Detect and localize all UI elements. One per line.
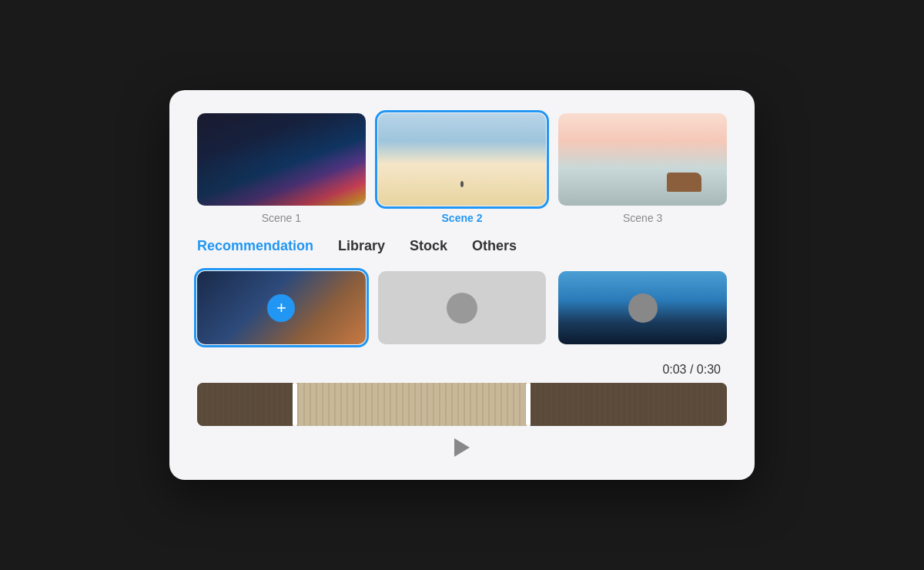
tabs-row: Recommendation Library Stock Others bbox=[197, 238, 727, 256]
time-display: 0:03 / 0:30 bbox=[662, 363, 721, 377]
timeline-left-segment bbox=[197, 383, 293, 426]
media-card-1[interactable]: + bbox=[197, 271, 366, 344]
scene-label-1: Scene 1 bbox=[262, 212, 301, 224]
timeline-handle-left[interactable] bbox=[293, 383, 297, 426]
media-card-3[interactable] bbox=[558, 271, 727, 344]
scene-item-2: Scene 2 bbox=[378, 113, 547, 224]
scene-item-1: Scene 1 bbox=[197, 113, 366, 224]
media-placeholder-icon bbox=[447, 293, 477, 324]
scene-label-2: Scene 2 bbox=[442, 212, 483, 224]
scene-label-3: Scene 3 bbox=[623, 212, 662, 224]
tab-library[interactable]: Library bbox=[338, 238, 385, 256]
add-media-button[interactable]: + bbox=[267, 294, 295, 322]
play-button[interactable] bbox=[454, 438, 470, 457]
media-row: + bbox=[197, 271, 727, 344]
media-city-icon bbox=[628, 293, 658, 323]
timeline-right-segment bbox=[531, 383, 727, 426]
tab-stock[interactable]: Stock bbox=[410, 238, 447, 256]
scene-thumb-3[interactable] bbox=[558, 113, 727, 206]
timeline-mid-segment bbox=[293, 383, 531, 426]
timeline-bar[interactable] bbox=[197, 383, 727, 426]
main-card: Scene 1 Scene 2 Scene 3 Recommendation L… bbox=[169, 90, 755, 480]
scene-item-3: Scene 3 bbox=[558, 113, 727, 224]
play-btn-container bbox=[454, 438, 470, 457]
scenes-row: Scene 1 Scene 2 Scene 3 bbox=[197, 113, 727, 224]
timeline-section: 0:03 / 0:30 bbox=[197, 363, 727, 457]
tab-others[interactable]: Others bbox=[472, 238, 517, 256]
scene-thumb-1[interactable] bbox=[197, 113, 366, 206]
media-card-2[interactable] bbox=[378, 271, 547, 344]
scene-thumb-2[interactable] bbox=[378, 113, 547, 206]
plus-icon: + bbox=[276, 298, 286, 318]
tab-recommendation[interactable]: Recommendation bbox=[197, 238, 313, 256]
